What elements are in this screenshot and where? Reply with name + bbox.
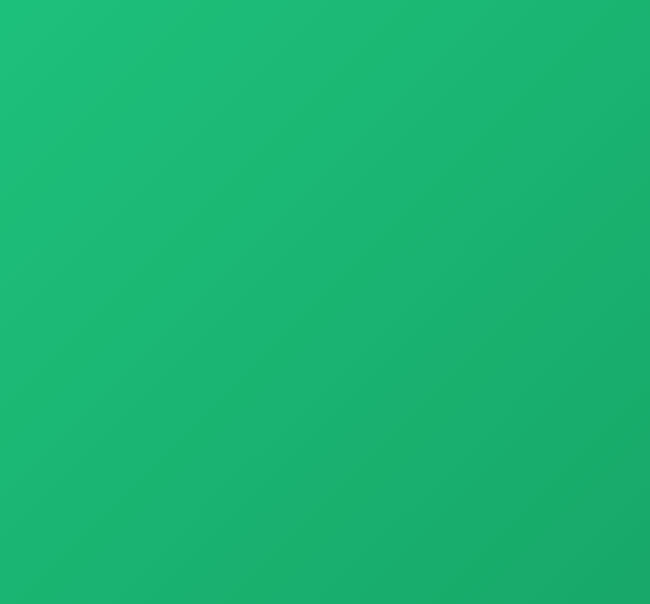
background	[0, 0, 650, 604]
